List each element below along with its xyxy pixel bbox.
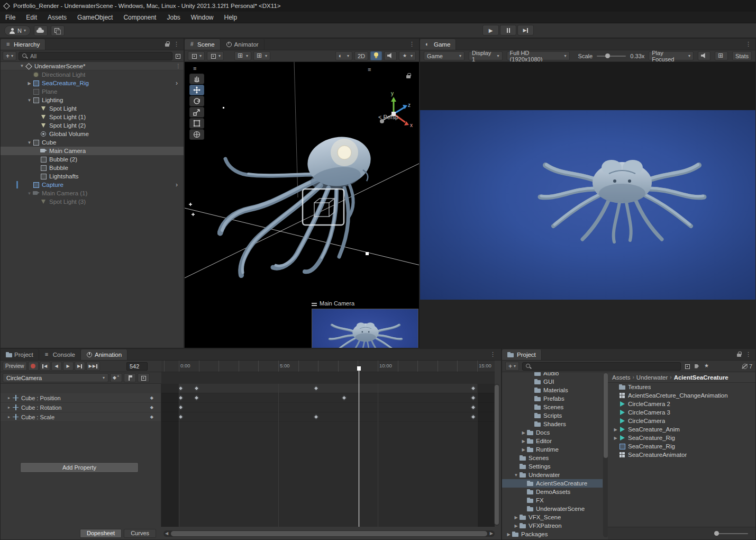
vsync-grid-button[interactable]	[715, 51, 728, 60]
add-keyframe-button[interactable]	[110, 373, 122, 382]
timeline-area[interactable]: 0:005:0010:0015:00	[161, 361, 495, 527]
expand-arrow-icon[interactable]: ▶	[612, 436, 619, 440]
folder-row[interactable]: Scripts	[502, 411, 603, 420]
tab-hierarchy[interactable]: Hierarchy	[1, 39, 45, 50]
expand-arrow-icon[interactable]: ▶	[520, 439, 527, 444]
menu-item[interactable]: Help	[219, 12, 243, 23]
hidden-count-badge[interactable]: 7	[742, 363, 752, 370]
tab-animator[interactable]: Animator	[221, 39, 265, 50]
folder-row[interactable]: UnderwaterScene	[502, 505, 603, 513]
menu-item[interactable]: Component	[118, 12, 161, 23]
prefab-open-chevron[interactable]: ›	[176, 79, 181, 87]
effects-dropdown-button[interactable]: ▾	[399, 51, 416, 60]
keyframe-diamond[interactable]	[313, 386, 318, 391]
panel-menu-icon[interactable]: ⋮	[745, 351, 751, 358]
folder-row[interactable]: Scenes	[502, 454, 603, 462]
next-key-button[interactable]: ▶	[75, 362, 85, 371]
keyframe-diamond[interactable]	[471, 405, 476, 410]
scale-tool-button[interactable]	[189, 107, 204, 118]
foldout-arrow-icon[interactable]: ▸	[8, 415, 10, 419]
panel-menu-icon[interactable]: ⋮	[745, 41, 751, 48]
lighting-toggle-button[interactable]	[370, 51, 382, 60]
expand-arrow-icon[interactable]: ▶	[513, 515, 520, 520]
hierarchy-row[interactable]: Bubble (2)	[1, 155, 184, 164]
menu-item[interactable]: File	[0, 12, 21, 23]
folder-row[interactable]: ▼ Underwater	[502, 471, 603, 479]
overlay-menu-icon[interactable]: ≡	[193, 65, 196, 71]
favorites-icon[interactable]	[704, 363, 711, 370]
timeline-horizontal-scrollbar[interactable]: ◀ ▶	[163, 530, 495, 537]
tab-game[interactable]: Game	[420, 39, 456, 50]
gizmo-menu-icon[interactable]: ≡	[368, 66, 371, 73]
scene-visibility-icon[interactable]	[175, 53, 181, 59]
tab-project[interactable]: Project	[502, 349, 542, 360]
gizmo-lock-icon[interactable]	[406, 73, 411, 79]
asset-row[interactable]: CircleCamera 2	[608, 400, 755, 408]
create-add-button[interactable]: +▾	[3, 51, 16, 60]
menu-item[interactable]: Edit	[21, 12, 42, 23]
property-row[interactable]: ▸ Cube : Scale ◆	[1, 412, 161, 422]
hierarchy-row[interactable]: Spot Light (1)	[1, 113, 184, 121]
record-button[interactable]	[28, 362, 39, 371]
lock-icon[interactable]	[736, 351, 742, 357]
foldout-arrow-icon[interactable]: ▸	[8, 405, 10, 410]
hierarchy-row[interactable]: Main Camera	[1, 147, 184, 155]
keyframe-diamond[interactable]	[313, 415, 318, 420]
hierarchy-row[interactable]: Lightshafts	[1, 172, 184, 181]
perspective-label[interactable]: < Persp	[378, 114, 398, 120]
key-indicator-icon[interactable]: ◆	[150, 395, 158, 400]
transform-tool-button[interactable]	[189, 129, 204, 140]
property-row[interactable]: ▸ Cube : Rotation ◆	[1, 403, 161, 412]
go-to-start-button[interactable]: ◀	[40, 362, 50, 371]
hierarchy-row[interactable]: Spot Light (3)	[1, 197, 184, 206]
hierarchy-row[interactable]: Capture ›	[1, 181, 184, 189]
scene-viewport[interactable]: ≡	[185, 62, 419, 348]
project-search[interactable]	[522, 362, 681, 371]
add-property-button[interactable]: Add Property	[20, 462, 139, 473]
project-folder-tree[interactable]: Audio GUI Materials Prefabs Scenes	[502, 372, 603, 539]
panel-menu-icon[interactable]: ⋮	[409, 41, 415, 48]
expand-arrow-icon[interactable]: ▼	[26, 140, 33, 145]
account-button[interactable]: N ▾	[4, 25, 31, 36]
scroll-right-icon[interactable]: ▶	[490, 530, 493, 537]
hierarchy-row[interactable]: ▼ UnderwaterScene* ⋮	[1, 62, 184, 70]
dopesheet-button[interactable]: Dopesheet	[80, 529, 122, 538]
menu-item[interactable]: GameObject	[72, 12, 118, 23]
hierarchy-row[interactable]: Directional Light	[1, 70, 184, 79]
hierarchy-search[interactable]	[19, 52, 172, 60]
resolution-dropdown[interactable]: Full HD (1920x1080)▾	[507, 51, 570, 60]
play-focused-dropdown[interactable]: Play Focused▾	[649, 51, 694, 60]
add-event-button[interactable]	[124, 373, 136, 382]
folder-row[interactable]: Prefabs	[502, 394, 603, 403]
icon-size-thumb[interactable]	[714, 531, 719, 536]
expand-arrow-icon[interactable]: ▶	[520, 430, 527, 435]
keyframe-row[interactable]	[161, 393, 495, 403]
scroll-left-icon[interactable]: ◀	[165, 530, 168, 537]
tab-scene[interactable]: Scene	[185, 39, 221, 50]
breadcrumb-item[interactable]: Assets	[611, 374, 632, 381]
hierarchy-row[interactable]: Global Volume	[1, 130, 184, 138]
folder-row[interactable]: Shaders	[502, 420, 603, 428]
asset-row[interactable]: ▶ SeaCreature_Rig	[608, 434, 755, 442]
search-by-type-icon[interactable]	[684, 363, 691, 370]
go-to-end-button[interactable]: ▶▶	[86, 362, 100, 371]
display-dropdown[interactable]: Display 1▾	[469, 51, 503, 60]
folder-row[interactable]: ▶ Editor	[502, 437, 603, 445]
clip-dropdown[interactable]: CircleCamera▾	[3, 373, 108, 382]
hierarchy-row[interactable]: ▼ Lighting	[1, 96, 184, 104]
keyframe-diamond[interactable]	[471, 395, 476, 401]
bottom-left-tab[interactable]: Console	[39, 349, 81, 360]
expand-arrow-icon[interactable]: ▶	[26, 81, 33, 86]
hierarchy-row[interactable]: Bubble	[1, 164, 184, 172]
view-hand-tool-button[interactable]	[189, 74, 204, 84]
folder-row[interactable]: Materials	[502, 386, 603, 394]
curves-button[interactable]: Curves	[124, 529, 156, 538]
asset-row[interactable]: Textures	[608, 383, 755, 391]
folder-row[interactable]: ▶ Runtime	[502, 445, 603, 454]
hierarchy-row[interactable]: ▼ Cube	[1, 138, 184, 147]
keyframe-diamond[interactable]	[471, 386, 476, 391]
previous-key-button[interactable]: ◀	[51, 362, 62, 371]
keyframe-diamond[interactable]	[194, 395, 199, 401]
rotate-tool-button[interactable]	[189, 96, 204, 106]
panel-menu-icon[interactable]: ⋮	[174, 41, 179, 48]
